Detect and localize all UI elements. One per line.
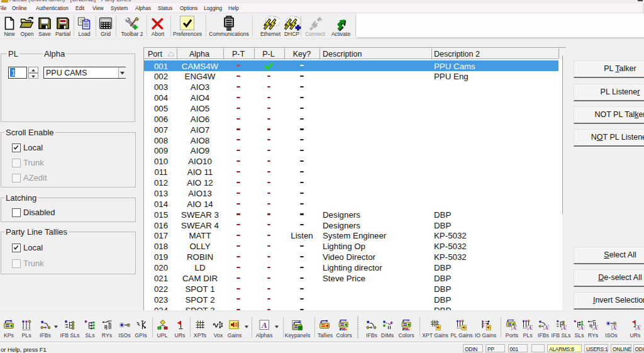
svg-text:A: A [612, 325, 616, 330]
svg-text:A: A [636, 325, 640, 330]
svg-text:A: A [579, 325, 584, 330]
svg-text:A: A [544, 325, 548, 330]
svg-text:A: A [261, 320, 267, 330]
svg-text:A: A [528, 325, 532, 330]
svg-text:A: A [562, 325, 566, 330]
svg-text:A: A [512, 325, 516, 330]
svg-text:A: A [593, 325, 597, 330]
